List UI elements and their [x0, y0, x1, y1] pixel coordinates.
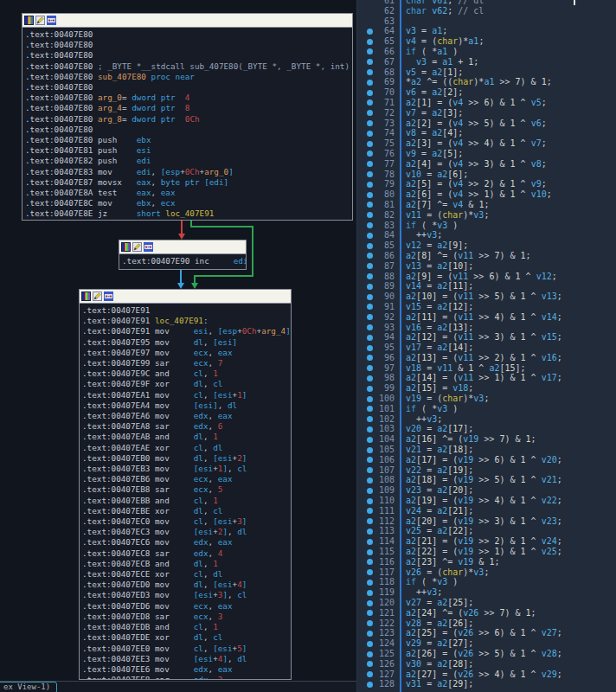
asm-line[interactable]: .text:00407E81 push esi	[25, 145, 352, 156]
pseudocode-line[interactable]: 101 if ( *v3 )	[357, 404, 616, 414]
pseudocode-line[interactable]: 84 ++v3;	[357, 230, 616, 240]
pseudocode-line[interactable]: 72 v7 = a2[3];	[357, 108, 616, 119]
asm-line[interactable]: .text:00407E80 arg_0= dword ptr 4	[25, 93, 352, 103]
asm-line[interactable]: .text:00407E91	[82, 305, 291, 316]
pseudocode-line[interactable]: 88 a2[9] = (v11 >> 6) & 1 ^ v12;	[357, 272, 616, 282]
asm-line[interactable]: .text:00407EA4 mov [esi], dl	[82, 400, 291, 411]
pseudocode-line[interactable]: 71 a2[1] = (v4 >> 6) & 1 ^ v5;	[357, 98, 616, 108]
asm-line[interactable]: .text:00407E9C and cl, 1	[82, 368, 291, 379]
asm-line[interactable]: .text:00407E8A test eax, eax	[25, 188, 352, 198]
node-title-bar[interactable]	[80, 290, 291, 304]
pseudocode-line[interactable]: 89 v14 = a2[11];	[357, 281, 616, 292]
basic-block-node[interactable]: .text:00407E80.text:00407E80.text:00407E…	[22, 13, 353, 221]
pseudocode-line[interactable]: 82 v11 = (char)*v3;	[357, 210, 616, 221]
asm-line[interactable]: .text:00407E8C mov ebx, ecx	[25, 198, 352, 208]
asm-line[interactable]: .text:00407EDB and cl, 1	[82, 622, 291, 632]
pseudocode-line[interactable]: 105 v21 = a2[18];	[357, 445, 616, 455]
asm-line[interactable]: .text:00407E82 push edi	[25, 156, 352, 166]
pseudocode-line[interactable]: 98 a2[14] = (v11 >> 1) & 1 ^ v17;	[357, 373, 616, 383]
pseudocode-line[interactable]: 126 v30 = a2[28];	[357, 659, 616, 670]
pseudocode-line[interactable]: 102 ++v3;	[357, 414, 616, 425]
pseudocode-line[interactable]: 123 a2[25] = (v26 >> 6) & 1 ^ v27;	[357, 628, 616, 638]
pseudocode-line[interactable]: 85 v12 = a2[9];	[357, 240, 616, 251]
asm-line[interactable]: .text:00407E80 sub_407E80 proc near	[25, 72, 352, 82]
pseudocode-line[interactable]: 81 a2[7] ^= v4 & 1;	[357, 200, 616, 210]
basic-block-node[interactable]: .text:00407E91.text:00407E91 loc_407E91:…	[79, 289, 292, 680]
pseudocode-line[interactable]: 119 ++v3;	[357, 587, 616, 598]
asm-line[interactable]: .text:00407ED8 sar ecx, 3	[82, 612, 291, 622]
node-edit-icon[interactable]	[93, 289, 102, 304]
asm-line[interactable]: .text:00407E8E jz short loc_407E91	[25, 208, 352, 219]
asm-line[interactable]: .text:00407E97 mov ecx, eax	[82, 348, 291, 358]
pseudocode-line[interactable]: 107 v22 = a2[19];	[357, 465, 616, 476]
node-edit-icon[interactable]	[35, 13, 45, 29]
pseudocode-line[interactable]: 120 v27 = a2[25];	[357, 598, 616, 608]
node-color-icon[interactable]	[121, 240, 131, 255]
asm-line[interactable]: .text:00407ED0 mov dl, [esi+4]	[82, 580, 291, 590]
asm-line[interactable]: .text:00407E80	[25, 125, 352, 135]
pseudocode-line[interactable]: 103 v20 = a2[17];	[357, 424, 616, 434]
graph-view[interactable]: .text:00407E80.text:00407E80.text:00407E…	[0, 0, 356, 692]
pseudocode-line[interactable]: 63	[357, 16, 616, 27]
asm-line[interactable]: .text:00407E99 sar ecx, 7	[82, 358, 291, 368]
pseudocode-line[interactable]: 68 v5 = a2[1];	[357, 67, 616, 78]
asm-line[interactable]: .text:00407ED3 mov [esi+3], cl	[82, 590, 291, 600]
pseudocode-line[interactable]: 76 v9 = a2[5];	[357, 149, 616, 159]
pseudocode-line[interactable]: 115 a2[22] = (v19 >> 1) & 1 ^ v25;	[357, 547, 616, 557]
asm-line[interactable]: .text:00407EB3 mov [esi+1], cl	[82, 464, 291, 474]
asm-line[interactable]: .text:00407EE6 mov edx, eax	[82, 664, 291, 675]
pseudocode-line[interactable]: 61 char v61; // dl	[357, 0, 616, 6]
pseudocode-line[interactable]: 93 v16 = a2[13];	[357, 323, 616, 333]
node-title-bar[interactable]	[119, 240, 246, 254]
asm-line[interactable]: .text:00407EBE xor dl, cl	[82, 506, 291, 516]
pseudocode-line[interactable]: 87 v13 = a2[10];	[357, 261, 616, 272]
pseudocode-line[interactable]: 124 v29 = a2[27];	[357, 638, 616, 649]
pseudocode-line[interactable]: 78 v10 = a2[6];	[357, 170, 616, 180]
asm-line[interactable]: .text:00407EC6 mov edx, eax	[82, 537, 291, 548]
asm-line[interactable]: .text:00407E83 mov edi, [esp+0Ch+arg_0]	[25, 167, 352, 177]
pseudocode-line[interactable]: 121 a2[24] ^= (v26 >> 7) & 1;	[357, 608, 616, 618]
node-color-icon[interactable]	[81, 289, 91, 304]
asm-line[interactable]: .text:00407E9F xor dl, cl	[82, 379, 291, 389]
pseudocode-line[interactable]: 69 *a2 ^= ((char)*a1 >> 7) & 1;	[357, 77, 616, 87]
pseudocode-line[interactable]: 64 v3 = a1;	[357, 26, 616, 36]
pseudocode-line[interactable]: 73 a2[2] = (v4 >> 5) & 1 ^ v6;	[357, 119, 616, 129]
pseudocode-line[interactable]: 92 a2[11] = (v11 >> 4) & 1 ^ v14;	[357, 312, 616, 323]
asm-line[interactable]: .text:00407EDE xor dl, cl	[82, 632, 291, 643]
pseudocode-line[interactable]: 104 a2[16] ^= (v19 >> 7) & 1;	[357, 434, 616, 445]
pseudocode-line[interactable]: 125 a2[26] = (v26 >> 5) & 1 ^ v28;	[357, 649, 616, 659]
pseudocode-line[interactable]: 94 a2[12] = (v11 >> 3) & 1 ^ v15;	[357, 332, 616, 343]
pseudocode-line[interactable]: 65 v4 = (char)*a1;	[357, 36, 616, 47]
pseudocode-line[interactable]: 99 a2[15] = v18;	[357, 383, 616, 394]
asm-line[interactable]: .text:00407E87 movsx eax, byte ptr [edi]	[25, 177, 352, 188]
node-color-icon[interactable]	[24, 13, 34, 29]
pseudocode-line[interactable]: 83 if ( *v3 )	[357, 221, 616, 231]
asm-line[interactable]: .text:00407EA8 sar edx, 6	[82, 421, 291, 432]
pseudocode-line[interactable]: 128 v31 = a2[29];	[357, 679, 616, 689]
asm-line[interactable]: .text:00407EE3 mov [esi+4], dl	[82, 654, 291, 664]
asm-line[interactable]: .text:00407EA1 mov cl, [esi+1]	[82, 390, 291, 400]
asm-line[interactable]: .text:00407E91 mov esi, [esp+0Ch+arg_4]	[82, 326, 291, 336]
pseudocode-line[interactable]: 67 v3 = a1 + 1;	[357, 57, 616, 67]
asm-line[interactable]: .text:00407EC3 mov [esi+2], dl	[82, 527, 291, 537]
asm-line[interactable]: .text:00407E80	[25, 29, 352, 40]
pseudocode-line[interactable]: 108 a2[18] = (v19 >> 5) & 1 ^ v21;	[357, 475, 616, 485]
pseudocode-line[interactable]: 111 v24 = a2[21];	[357, 506, 616, 516]
asm-line[interactable]: .text:00407E80 arg_4= dword ptr 8	[25, 103, 352, 113]
asm-line[interactable]: .text:00407EC0 mov cl, [esi+3]	[82, 516, 291, 527]
pseudocode-line[interactable]: 86 a2[8] ^= (v11 >> 7) & 1;	[357, 251, 616, 261]
hex-view-tab[interactable]: ex View-1)	[0, 682, 57, 692]
pseudocode-line[interactable]: 106 a2[17] = (v19 >> 6) & 1 ^ v20;	[357, 455, 616, 465]
pseudocode-line[interactable]: 122 v28 = a2[26];	[357, 618, 616, 629]
asm-line[interactable]: .text:00407EBB and cl, 1	[82, 496, 291, 506]
pseudocode-line[interactable]: 74 v8 = a2[4];	[357, 128, 616, 138]
node-edit-icon[interactable]	[132, 240, 142, 255]
asm-line[interactable]: .text:00407EAE xor cl, dl	[82, 443, 291, 453]
pseudocode-line[interactable]: 97 v18 = v11 & 1 ^ a2[15];	[357, 363, 616, 374]
asm-line[interactable]: .text:00407EB8 sar ecx, 5	[82, 484, 291, 495]
pseudocode-line[interactable]: 96 a2[13] = (v11 >> 2) & 1 ^ v16;	[357, 353, 616, 363]
pseudocode-line[interactable]: 117 v26 = (char)*v3;	[357, 567, 616, 578]
pseudocode-line[interactable]: 127 a2[27] = (v26 >> 4) & 1 ^ v29;	[357, 670, 616, 680]
asm-line[interactable]: .text:00407E80	[25, 82, 352, 93]
asm-line[interactable]: .text:00407E80	[25, 50, 352, 61]
